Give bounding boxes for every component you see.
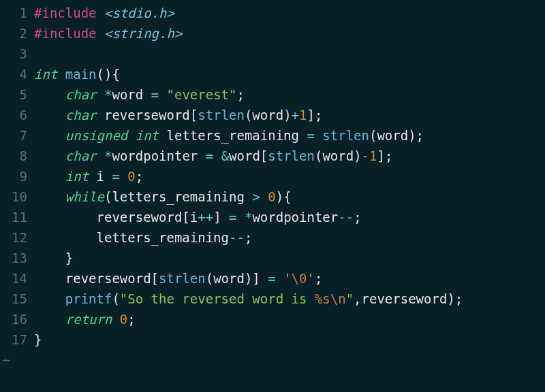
code-token	[159, 87, 166, 102]
code-token: }	[34, 332, 42, 347]
code-token: wordpointer	[112, 148, 205, 163]
code-area[interactable]: #include <stdio.h>#include <string.h>int…	[34, 3, 545, 350]
code-line[interactable]: letters_remaining--;	[34, 227, 545, 248]
line-number: 3	[0, 44, 27, 64]
code-line[interactable]: int i = 0;	[34, 166, 545, 186]
code-token: ;	[237, 87, 245, 102]
code-token	[315, 128, 322, 143]
line-number: 12	[0, 227, 27, 248]
code-token: (	[245, 108, 252, 122]
code-token: char	[65, 87, 97, 102]
code-token: main	[65, 67, 97, 82]
code-line[interactable]: }	[34, 248, 545, 268]
code-token: word	[377, 128, 408, 143]
code-token: (	[206, 271, 213, 286]
line-number: 4	[0, 64, 27, 84]
code-token: #include	[34, 26, 104, 41]
code-line[interactable]: #include <string.h>	[34, 23, 545, 44]
code-token	[34, 189, 65, 204]
code-token: int	[136, 128, 159, 143]
code-token: <string.h>	[104, 26, 182, 41]
line-number: 7	[0, 125, 27, 146]
code-line[interactable]: unsigned int letters_remaining = strlen(…	[34, 125, 545, 146]
code-token: strlen	[268, 148, 315, 163]
line-number: 14	[0, 268, 27, 289]
code-line[interactable]: #include <stdio.h>	[34, 3, 545, 23]
code-token: letters_remaining	[112, 189, 252, 204]
code-token: 0	[120, 312, 127, 327]
code-token: ;	[354, 210, 361, 225]
code-token: "everest"	[167, 87, 237, 102]
code-line[interactable]	[34, 44, 545, 64]
code-line[interactable]: while(letters_remaining > 0){	[34, 186, 545, 207]
code-line[interactable]: reverseword[i++] = *wordpointer--;	[34, 207, 545, 227]
code-token	[34, 108, 65, 122]
code-token: --	[229, 230, 245, 245]
code-token: -	[362, 148, 369, 163]
code-token	[127, 128, 135, 143]
code-token: \n	[330, 291, 346, 306]
code-token	[97, 87, 104, 102]
line-number: 10	[0, 186, 27, 207]
code-token: =	[206, 148, 213, 163]
code-token: (){	[97, 67, 120, 82]
code-token: [	[260, 148, 268, 163]
code-token: return	[65, 312, 112, 327]
code-token	[97, 148, 104, 163]
code-line[interactable]: char *wordpointer = &word[strlen(word)-1…	[34, 146, 545, 166]
code-token: word	[322, 148, 354, 163]
code-line[interactable]: char *word = "everest";	[34, 84, 545, 105]
code-token	[34, 169, 65, 184]
code-token: ){	[276, 189, 292, 204]
code-token: &	[221, 148, 229, 163]
code-line[interactable]: reverseword[strlen(word)] = '\0';	[34, 268, 545, 289]
code-line[interactable]: char reverseword[strlen(word)+1];	[34, 105, 545, 125]
code-token: char	[65, 148, 97, 163]
code-token: 0	[127, 169, 135, 184]
line-number: 16	[0, 309, 27, 329]
code-token	[237, 210, 245, 225]
code-editor[interactable]: 1234567891011121314151617 #include <stdi…	[0, 0, 545, 350]
code-token: ,	[354, 291, 361, 306]
code-token: =	[112, 169, 119, 184]
code-token: [	[182, 210, 189, 225]
code-line[interactable]: }	[34, 329, 545, 350]
code-token: ;	[245, 230, 252, 245]
code-token: ;	[315, 271, 322, 286]
code-token: wordpointer	[252, 210, 338, 225]
line-number: 15	[0, 289, 27, 309]
code-token: ;	[136, 169, 143, 184]
code-line[interactable]: return 0;	[34, 309, 545, 329]
code-token: ];	[307, 108, 322, 122]
code-token: i	[190, 210, 198, 225]
code-token: while	[65, 189, 104, 204]
code-token: ++	[198, 210, 213, 225]
code-line[interactable]: printf("So the reversed word is %s\n",re…	[34, 289, 545, 309]
code-token: #include	[34, 5, 104, 20]
code-token: %s	[315, 291, 330, 306]
code-token: (	[112, 291, 119, 306]
line-number: 11	[0, 207, 27, 227]
code-token: word	[213, 271, 245, 286]
code-line[interactable]: int main(){	[34, 64, 545, 84]
line-number: 9	[0, 166, 27, 186]
code-token: )	[354, 148, 361, 163]
code-token: >	[252, 189, 260, 204]
code-token: int	[34, 67, 57, 82]
code-token: [	[151, 271, 159, 286]
code-token: strlen	[159, 271, 206, 286]
code-token	[221, 210, 229, 225]
code-token: \0	[292, 271, 307, 286]
code-token: [	[190, 108, 198, 122]
code-token: 0	[268, 189, 275, 204]
empty-line-tilde: ~	[0, 350, 545, 370]
code-token: reverseword	[362, 291, 448, 306]
code-token: strlen	[322, 128, 369, 143]
code-token: }	[65, 250, 73, 265]
code-token: i	[89, 169, 112, 184]
code-token: =	[151, 87, 159, 102]
code-token: --	[338, 210, 354, 225]
code-token: '	[283, 271, 291, 286]
code-token: =	[229, 210, 236, 225]
code-token: (	[104, 189, 112, 204]
